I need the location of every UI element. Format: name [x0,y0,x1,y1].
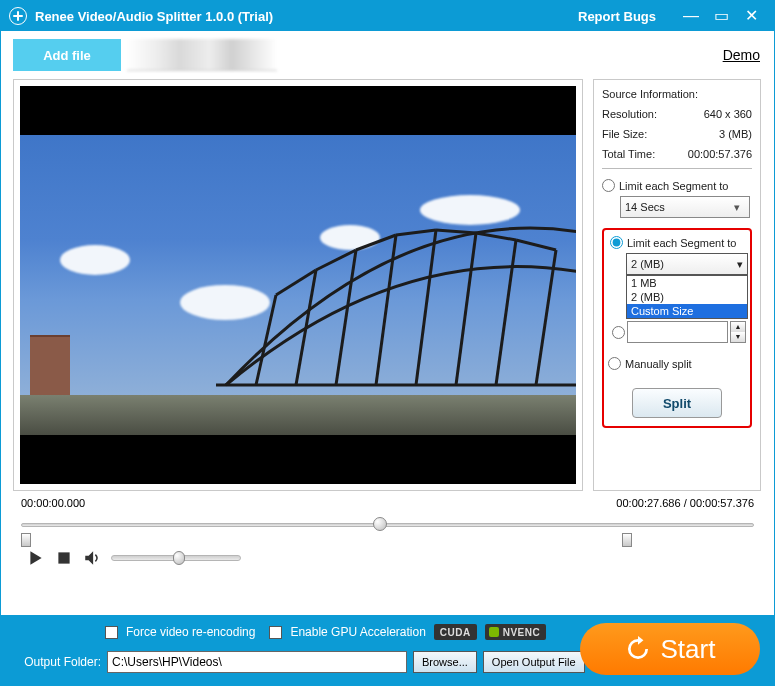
demo-link[interactable]: Demo [723,47,760,63]
svg-line-5 [456,233,476,385]
volume-knob[interactable] [173,551,185,565]
report-bugs-link[interactable]: Report Bugs [578,9,656,24]
svg-line-9 [316,250,356,270]
svg-line-2 [336,250,356,385]
segment-size-label: Limit each Segment to [627,237,736,249]
timeline-area: 00:00:00.000 00:00:27.686 / 00:00:57.376 [1,491,774,543]
output-folder-input[interactable] [107,651,407,673]
resolution-row: Resolution: 640 x 360 [602,108,752,120]
segment-size-radio[interactable] [610,236,623,249]
gpu-accel-checkbox[interactable] [269,626,282,639]
manual-split-label: Manually split [625,358,692,370]
svg-line-11 [396,230,436,235]
play-icon[interactable] [27,549,45,567]
svg-line-6 [496,240,516,385]
segment-size-dropdown-list: 1 MB 2 (MB) Custom Size [626,275,748,319]
video-preview-panel [13,79,583,491]
gpu-accel-label: Enable GPU Acceleration [290,625,425,639]
segment-time-radio[interactable] [602,179,615,192]
svg-line-3 [376,235,396,385]
resolution-value: 640 x 360 [704,108,752,120]
svg-rect-15 [58,552,69,563]
svg-line-8 [276,270,316,295]
segment-size-option[interactable]: 2 (MB) [627,290,747,304]
side-panel: Source Information: Resolution: 640 x 36… [593,79,761,491]
range-end-knob[interactable] [622,533,632,547]
spinner-down-icon[interactable]: ▼ [731,332,745,342]
highlighted-segment-size-group: Limit each Segment to 2 (MB) ▾ 1 MB 2 (M… [602,228,752,428]
stop-icon[interactable] [55,549,73,567]
playback-controls [1,543,774,573]
filesize-label: File Size: [602,128,647,140]
force-reencode-checkbox[interactable] [105,626,118,639]
add-file-button[interactable]: Add file [13,39,121,71]
volume-slider[interactable] [111,555,241,561]
video-frame[interactable] [20,135,576,435]
source-info-heading: Source Information: [602,88,752,100]
timeline-start-label: 00:00:00.000 [21,497,85,509]
svg-line-12 [436,230,476,233]
svg-line-4 [416,230,436,385]
segment-size-radio-row: Limit each Segment to [610,236,746,249]
timeline-position-label: 00:00:27.686 / 00:00:57.376 [616,497,754,509]
custom-size-spinner-row: ▲ ▼ [612,321,746,343]
svg-line-10 [356,235,396,250]
manual-split-radio[interactable] [608,357,621,370]
segment-time-value: 14 Secs [625,201,665,213]
open-output-button[interactable]: Open Output File [483,651,585,673]
time-labels: 00:00:00.000 00:00:27.686 / 00:00:57.376 [21,497,754,509]
ground-shape [20,395,576,435]
refresh-icon [625,636,651,662]
segment-time-radio-row: Limit each Segment to [602,179,752,192]
spinner-up-icon[interactable]: ▲ [731,322,745,332]
titlebar: Renee Video/Audio Splitter 1.0.0 (Trial)… [1,1,774,31]
segment-size-selected: 2 (MB) [631,258,664,270]
manual-split-row: Manually split [608,357,746,370]
totaltime-value: 00:00:57.376 [688,148,752,160]
video-letterbox [20,86,576,484]
start-button-label: Start [661,634,716,665]
range-start-knob[interactable] [21,533,31,547]
totaltime-label: Total Time: [602,148,655,160]
split-button[interactable]: Split [632,388,722,418]
browse-button[interactable]: Browse... [413,651,477,673]
minimize-button[interactable]: — [676,1,706,31]
totaltime-row: Total Time: 00:00:57.376 [602,148,752,160]
timeline-line [21,523,754,527]
segment-size-option-highlighted[interactable]: Custom Size [627,304,747,318]
output-folder-label: Output Folder: [15,655,101,669]
window-title: Renee Video/Audio Splitter 1.0.0 (Trial) [35,9,273,24]
main-content: Source Information: Resolution: 640 x 36… [1,73,774,491]
bridge-shape [216,175,576,405]
svg-line-13 [476,233,516,240]
toolbar: Add file Demo [1,31,774,73]
chevron-down-icon: ▾ [729,201,745,214]
timeline-track[interactable] [21,513,754,543]
start-button[interactable]: Start [580,623,760,675]
app-logo-icon [9,7,27,25]
timeline-playhead[interactable] [373,517,387,531]
svg-line-14 [516,240,556,250]
file-name-blurred [127,39,277,71]
cuda-badge: CUDA [434,624,477,640]
filesize-value: 3 (MB) [719,128,752,140]
force-reencode-label: Force video re-encoding [126,625,255,639]
cloud-icon [60,245,130,275]
custom-size-input[interactable] [627,321,728,343]
bottom-bar: Force video re-encoding Enable GPU Accel… [1,615,774,685]
segment-size-select-button[interactable]: 2 (MB) ▾ [626,253,748,275]
divider [602,168,752,169]
volume-icon[interactable] [83,549,101,567]
close-button[interactable]: ✕ [736,1,766,31]
svg-line-1 [296,270,316,385]
nvenc-badge: NVENC [485,624,547,640]
segment-time-label: Limit each Segment to [619,180,728,192]
custom-size-radio[interactable] [612,326,625,339]
segment-size-select[interactable]: 2 (MB) ▾ 1 MB 2 (MB) Custom Size [626,253,746,275]
resolution-label: Resolution: [602,108,657,120]
maximize-button[interactable]: ▭ [706,1,736,31]
segment-size-option[interactable]: 1 MB [627,276,747,290]
segment-time-select[interactable]: 14 Secs ▾ [620,196,750,218]
app-window: Renee Video/Audio Splitter 1.0.0 (Trial)… [0,0,775,686]
spinner-buttons: ▲ ▼ [730,321,746,343]
